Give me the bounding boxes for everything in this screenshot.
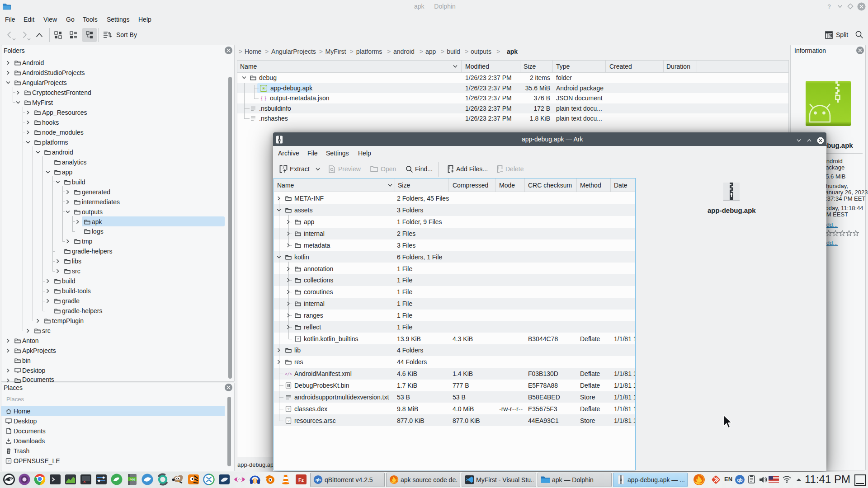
svg-text:Fz: Fz [298, 477, 304, 483]
svg-text:?: ? [297, 337, 299, 341]
svg-text:{}: {} [260, 95, 267, 101]
svg-text:?: ? [288, 407, 290, 411]
svg-text:?: ? [288, 419, 290, 423]
svg-text:?: ? [8, 460, 9, 463]
svg-text:qb: qb [316, 477, 321, 482]
svg-text:nqq: nqq [130, 478, 135, 481]
svg-text:</>: </> [285, 372, 292, 377]
svg-text:?: ? [827, 3, 830, 9]
svg-text:qb: qb [737, 478, 742, 483]
